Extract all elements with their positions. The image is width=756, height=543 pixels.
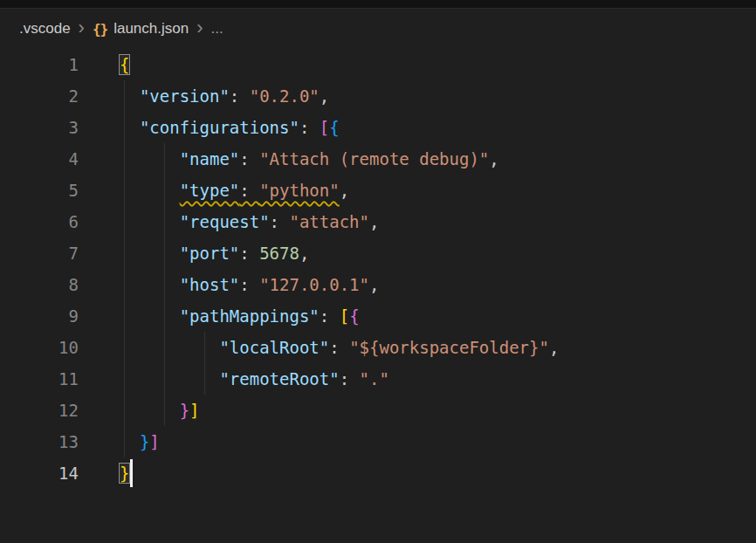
- code-line[interactable]: 5 "type": "python",: [0, 175, 756, 206]
- line-number[interactable]: 5: [0, 175, 79, 206]
- line-number[interactable]: 14: [0, 457, 79, 489]
- code-line[interactable]: 11 "remoteRoot": ".": [0, 363, 756, 395]
- indent-guide: [124, 332, 125, 363]
- code-token: }: [140, 432, 149, 451]
- indent-guide: [124, 80, 125, 112]
- line-text: "configurations": [{: [120, 118, 340, 137]
- code-line[interactable]: 4 "name": "Attach (remote debug)",: [0, 143, 756, 175]
- line-number[interactable]: 7: [0, 237, 79, 269]
- code-line[interactable]: 1{: [0, 49, 756, 80]
- indent-guide: [124, 112, 125, 143]
- indent-guide: [124, 426, 125, 457]
- code-token: ]: [189, 401, 199, 420]
- code-token: {: [349, 306, 359, 326]
- line-text: "version": "0.2.0",: [120, 86, 329, 106]
- warning-squiggle: "type": "python": [180, 181, 340, 200]
- indent-guide: [164, 395, 165, 426]
- code-token: "version": [140, 86, 230, 106]
- code-token: }: [180, 401, 189, 420]
- line-number[interactable]: 13: [0, 426, 79, 457]
- code-line[interactable]: 7 "port": 5678,: [0, 237, 756, 269]
- code-token: ,: [489, 149, 498, 168]
- code-token: "configurations": [140, 118, 299, 137]
- code-token: :: [239, 275, 259, 294]
- indent-guide: [124, 363, 125, 395]
- line-number[interactable]: 2: [0, 80, 79, 112]
- code-token: ,: [299, 244, 309, 263]
- code-token: "localRoot": [219, 338, 329, 357]
- code-token: "Attach (remote debug)": [259, 149, 489, 168]
- line-content: "request": "attach",: [120, 206, 379, 237]
- code-token: :: [299, 118, 320, 137]
- code-token: "python": [259, 181, 340, 200]
- line-number[interactable]: 1: [0, 49, 79, 80]
- matched-bracket: }: [120, 464, 129, 483]
- line-text: "port": 5678,: [120, 244, 309, 263]
- line-content: }: [120, 457, 133, 489]
- code-line[interactable]: 3 "configurations": [{: [0, 112, 756, 143]
- code-token: "request": [180, 212, 270, 231]
- line-number[interactable]: 6: [0, 206, 79, 237]
- indent-guide: [164, 175, 165, 206]
- line-content: }]: [120, 395, 200, 426]
- code-line[interactable]: 6 "request": "attach",: [0, 206, 756, 237]
- line-text: {: [120, 55, 129, 74]
- code-line[interactable]: 10 "localRoot": "${workspaceFolder}",: [0, 332, 756, 363]
- line-content: "type": "python",: [120, 175, 349, 206]
- line-number[interactable]: 4: [0, 143, 79, 175]
- indent-guide: [124, 300, 125, 332]
- line-number[interactable]: 11: [0, 363, 79, 395]
- code-token: "attach": [289, 212, 369, 231]
- line-number[interactable]: 10: [0, 332, 79, 363]
- code-line[interactable]: 13 }]: [0, 426, 756, 457]
- line-text: "request": "attach",: [120, 212, 379, 231]
- indent-guide: [164, 300, 165, 332]
- code-token: 5678: [259, 244, 299, 263]
- line-content: "remoteRoot": ".": [120, 363, 389, 395]
- code-token: ,: [369, 275, 379, 294]
- line-text: }]: [120, 432, 160, 451]
- code-line[interactable]: 12 }]: [0, 395, 756, 426]
- line-number[interactable]: 8: [0, 269, 79, 300]
- json-file-icon: {}: [93, 21, 107, 38]
- indent-guide: [124, 143, 125, 175]
- text-cursor: [130, 459, 133, 487]
- code-token: ".": [360, 369, 389, 388]
- code-token: :: [230, 86, 250, 106]
- code-token: "0.2.0": [250, 86, 320, 106]
- indent-guide: [124, 269, 125, 300]
- chevron-right-icon: ›: [196, 18, 203, 38]
- indent-guide: [164, 363, 165, 395]
- code-line[interactable]: 9 "pathMappings": [{: [0, 300, 756, 332]
- code-token: :: [329, 338, 349, 357]
- line-text: }]: [120, 401, 200, 420]
- code-token: :: [239, 181, 259, 200]
- line-number[interactable]: 3: [0, 112, 79, 143]
- line-text: "remoteRoot": ".": [120, 369, 389, 388]
- code-token: ]: [149, 432, 159, 451]
- code-line[interactable]: 8 "host": "127.0.0.1",: [0, 269, 756, 300]
- line-text: "localRoot": "${workspaceFolder}",: [120, 338, 559, 357]
- code-token: ,: [549, 338, 559, 357]
- code-line[interactable]: 2 "version": "0.2.0",: [0, 80, 756, 112]
- code-editor[interactable]: 1{2 "version": "0.2.0",3 "configurations…: [0, 49, 756, 489]
- breadcrumb-file[interactable]: launch.json: [113, 20, 189, 38]
- indent-guide: [124, 395, 125, 426]
- breadcrumb-folder[interactable]: .vscode: [19, 20, 71, 38]
- line-content: "pathMappings": [{: [120, 300, 360, 332]
- line-text: "name": "Attach (remote debug)",: [120, 149, 499, 168]
- code-token: [: [320, 118, 329, 137]
- line-text: }: [120, 464, 133, 483]
- line-number[interactable]: 12: [0, 395, 79, 426]
- code-token: "remoteRoot": [219, 369, 339, 388]
- code-token: "type": [180, 181, 240, 200]
- code-line[interactable]: 14}: [0, 457, 756, 489]
- matched-bracket: {: [120, 55, 129, 74]
- line-number[interactable]: 9: [0, 300, 79, 332]
- code-token: "${workspaceFolder}": [349, 338, 549, 357]
- indent-guide: [124, 237, 125, 269]
- breadcrumb-symbol-more[interactable]: ...: [211, 20, 223, 38]
- line-content: "port": 5678,: [120, 237, 309, 269]
- line-content: "host": "127.0.0.1",: [120, 269, 379, 300]
- code-token: :: [239, 149, 259, 168]
